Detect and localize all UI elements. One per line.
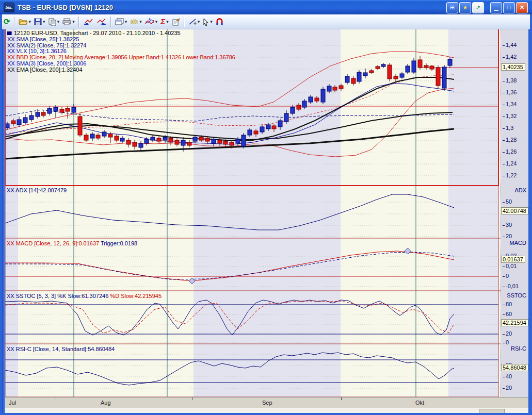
candle-body[interactable]: [266, 125, 270, 129]
candle-body[interactable]: [442, 67, 446, 88]
save-button[interactable]: ▾: [33, 15, 46, 28]
candle-body[interactable]: [66, 108, 70, 111]
candle-body[interactable]: [381, 64, 385, 67]
candle-body[interactable]: [448, 59, 452, 65]
candle-body[interactable]: [90, 134, 94, 138]
open-folder-button[interactable]: ▾: [18, 15, 33, 28]
dropdown-arrow-icon[interactable]: ▾: [29, 19, 31, 24]
candle-body[interactable]: [351, 78, 356, 84]
candle-body[interactable]: [297, 105, 301, 109]
candle-body[interactable]: [333, 87, 337, 90]
main-legend-row[interactable]: XX VLX [10, 3]:1.36126: [7, 48, 67, 54]
candle-body[interactable]: [205, 138, 209, 141]
candle-body[interactable]: [260, 127, 264, 132]
dropdown-arrow-icon[interactable]: ▾: [43, 19, 45, 24]
chart-forward-button[interactable]: [95, 15, 108, 28]
candle-body[interactable]: [223, 141, 228, 144]
candle-body[interactable]: [17, 120, 21, 125]
candle-body[interactable]: [418, 60, 422, 68]
candle-body[interactable]: [412, 61, 416, 72]
panel-button[interactable]: ⊞: [446, 2, 458, 13]
print-button[interactable]: ▾: [61, 15, 76, 28]
candle-body[interactable]: [327, 86, 331, 91]
chart-type-button[interactable]: ▾: [129, 15, 143, 28]
candle-body[interactable]: [241, 135, 246, 146]
candle-body[interactable]: [406, 66, 410, 72]
candle-body[interactable]: [388, 65, 392, 79]
export-button[interactable]: ➚: [472, 2, 484, 13]
candle-body[interactable]: [29, 115, 34, 120]
candle-body[interactable]: [102, 132, 106, 136]
candle-body[interactable]: [72, 107, 76, 112]
candle-body[interactable]: [236, 139, 240, 143]
candle-body[interactable]: [430, 66, 434, 69]
candle-body[interactable]: [321, 89, 325, 102]
candle-body[interactable]: [144, 139, 149, 143]
dropdown-arrow-icon[interactable]: ▾: [155, 19, 158, 24]
candle-body[interactable]: [36, 112, 40, 117]
candle-body[interactable]: [424, 65, 428, 68]
horizontal-scrollbar[interactable]: [2, 408, 530, 413]
candle-body[interactable]: [120, 138, 124, 141]
candle-body[interactable]: [339, 86, 343, 89]
candle-body[interactable]: [315, 98, 319, 101]
dropdown-arrow-icon[interactable]: ▾: [125, 19, 127, 24]
dropdown-arrow-icon[interactable]: ▾: [72, 19, 75, 24]
candle-body[interactable]: [78, 117, 82, 135]
sstoc-legend-row[interactable]: XX SSTOC [5, 3, 3] %K Slow:61.307246 %D …: [7, 293, 162, 299]
candle-body[interactable]: [376, 67, 380, 69]
magnet-button[interactable]: [215, 15, 224, 28]
adx-legend-row[interactable]: XX ADX [14]:42.007479: [7, 187, 67, 193]
candle-body[interactable]: [96, 135, 100, 138]
sigma-button[interactable]: Σ▾: [159, 15, 169, 28]
candle-body[interactable]: [400, 74, 404, 77]
candle-body[interactable]: [369, 71, 374, 73]
candle-body[interactable]: [41, 112, 45, 115]
dropdown-arrow-icon[interactable]: ▾: [210, 19, 213, 24]
candle-body[interactable]: [248, 130, 252, 135]
dropdown-arrow-icon[interactable]: ▾: [139, 19, 142, 24]
candle-body[interactable]: [272, 126, 276, 129]
candle-body[interactable]: [139, 143, 143, 147]
candle-body[interactable]: [84, 135, 88, 140]
candle-body[interactable]: [163, 137, 167, 140]
dropdown-arrow-icon[interactable]: ▾: [198, 19, 200, 24]
candle-body[interactable]: [151, 137, 155, 140]
candle-body[interactable]: [394, 76, 398, 79]
candle-body[interactable]: [11, 121, 15, 124]
main-legend-row[interactable]: 12120 EUR-USD, Tageschart - 29.07.2010 -…: [7, 30, 181, 36]
candle-body[interactable]: [108, 134, 112, 137]
minimize-button[interactable]: ▁: [490, 2, 502, 13]
scrollbar-thumb[interactable]: [479, 409, 505, 413]
candle-body[interactable]: [199, 137, 203, 140]
indicator-button[interactable]: ▾: [144, 15, 159, 28]
candle-body[interactable]: [212, 139, 216, 143]
main-legend-row[interactable]: XX SMA [Close, 25]:1.38225: [7, 36, 79, 42]
candle-body[interactable]: [218, 140, 222, 143]
candle-body[interactable]: [157, 138, 161, 141]
candle-body[interactable]: [254, 131, 258, 134]
candle-body[interactable]: [345, 76, 349, 82]
candle-body[interactable]: [309, 97, 313, 102]
candle-body[interactable]: [291, 107, 295, 113]
dropdown-arrow-icon[interactable]: ▾: [166, 19, 169, 24]
properties-button[interactable]: [171, 15, 181, 28]
candle-body[interactable]: [230, 142, 234, 145]
candle-body[interactable]: [47, 108, 52, 113]
main-legend-row[interactable]: XX EMA [Close, 200]:1.32404: [7, 67, 83, 73]
cursor-button[interactable]: ▾: [202, 15, 214, 28]
candle-body[interactable]: [115, 136, 119, 140]
macd-legend-row[interactable]: XX MACD [Close, 12, 26, 9]:0.01637 Trigg…: [7, 240, 137, 246]
candle-body[interactable]: [187, 142, 191, 145]
favorites-button[interactable]: ★: [459, 2, 471, 13]
candle-body[interactable]: [54, 107, 58, 111]
candle-body[interactable]: [175, 140, 179, 144]
close-button[interactable]: ✕: [516, 2, 528, 13]
copy-button[interactable]: ▾: [47, 15, 61, 28]
dropdown-arrow-icon[interactable]: ▾: [57, 19, 60, 24]
windows-button[interactable]: ▾: [114, 15, 128, 28]
candle-body[interactable]: [169, 138, 173, 142]
main-legend-row[interactable]: XX SMA(2) [Close, 75]:1.32274: [7, 42, 86, 48]
candle-body[interactable]: [357, 72, 361, 81]
candle-body[interactable]: [60, 109, 64, 112]
